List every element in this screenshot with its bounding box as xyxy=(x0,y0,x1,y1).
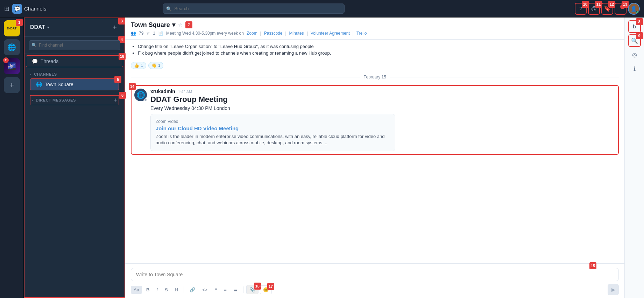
add-server-button[interactable]: + xyxy=(4,77,20,93)
trello-link[interactable]: Trello xyxy=(356,31,367,36)
right-panel: 8 b 9 🔍 ◎ ℹ xyxy=(624,18,644,298)
online-status-dot xyxy=(636,11,639,14)
format-sep-1 xyxy=(184,286,184,293)
meta-sep-1: | xyxy=(260,31,261,36)
bulletin-list: Change title on "Leave Organisation" to … xyxy=(131,44,619,60)
grid-icon[interactable]: ⊞ xyxy=(4,5,9,13)
at-button[interactable]: @ 11 xyxy=(588,3,600,15)
send-icon: ▶ xyxy=(611,287,615,292)
channels-section: › CHANNELS 5 🌐 Town Square xyxy=(24,69,125,93)
server-sidebar: 1 D-DAT 🌐 🌌 2 + xyxy=(0,18,24,298)
label-7-wrapper: 7 xyxy=(185,21,192,28)
right-search-button[interactable]: 9 🔍 xyxy=(628,34,641,47)
label-17: 17 xyxy=(267,283,274,290)
sidebar-item-threads[interactable]: 18 💬 Threads xyxy=(26,55,123,67)
reaction-wave[interactable]: 👋 1 xyxy=(148,62,164,69)
search-bar: 🔍 xyxy=(163,4,345,14)
workspace-chevron: ▾ xyxy=(47,26,49,29)
send-button[interactable]: ▶ xyxy=(608,284,619,295)
reaction-wave-count: 1 xyxy=(158,63,161,68)
message-avatar: 🌐 xyxy=(134,89,147,101)
notification-button[interactable]: 2 13 xyxy=(615,3,627,15)
attach-button[interactable]: 📎 16 xyxy=(246,285,259,294)
format-ordered-list[interactable]: ≣ xyxy=(231,286,240,294)
label-1: 1 xyxy=(16,19,23,26)
format-italic[interactable]: I xyxy=(154,286,161,294)
reactions-area: 👍 1 👋 1 xyxy=(131,62,619,69)
reaction-wave-emoji: 👋 xyxy=(151,63,157,68)
info-icon: ℹ xyxy=(634,65,636,72)
channel-chevron: ▾ xyxy=(172,21,175,29)
format-link[interactable]: 🔗 xyxy=(187,286,198,294)
format-code[interactable]: <> xyxy=(199,286,210,294)
topbar-left: ⊞ 💬 Channels xyxy=(4,4,46,14)
bulletin-item-1: Change title on "Leave Organisation" to … xyxy=(138,44,619,49)
find-channel-wrap: 🔍 xyxy=(29,40,120,50)
chat-header-meta: 👥 79 ☆ 1 📄 Meeting Wed 4.30-5.30pm every… xyxy=(131,31,619,36)
dm-section-header[interactable]: › DIRECT MESSAGES + xyxy=(30,95,119,105)
right-beatpulse-button[interactable]: 8 b xyxy=(628,20,641,33)
message-header: xrukadmin 1:42 AM xyxy=(150,89,615,94)
workspace-name: DDAT xyxy=(30,24,45,30)
zoom-link[interactable]: Zoom xyxy=(247,31,257,36)
search-icon: 🔍 xyxy=(166,6,172,11)
reaction-thumbsup-emoji: 👍 xyxy=(134,63,139,68)
topbar-right: ? 10 @ 11 🔖 12 2 13 👤 xyxy=(575,3,640,15)
label-6-box: 6 xyxy=(119,92,126,99)
minutes-link[interactable]: Minutes xyxy=(289,31,304,36)
channel-name-text: Town Square xyxy=(131,21,170,29)
message-time: 1:42 AM xyxy=(178,90,192,94)
sidebar-item-town-square[interactable]: 5 🌐 Town Square xyxy=(30,78,119,90)
find-channel-icon: 🔍 xyxy=(31,43,37,48)
label-11: 11 xyxy=(595,1,602,8)
label-12: 12 xyxy=(608,1,615,8)
chat-header: Town Square ▾ ☆ 7 👥 79 ☆ 1 📄 Meeting Wed… xyxy=(125,18,624,40)
format-bold[interactable]: B xyxy=(143,286,152,294)
message-content: xrukadmin 1:42 AM DDAT Group Meeting Eve… xyxy=(150,89,615,151)
chat-input-area: 15 Aa B I S H 🔗 <> ❝ ≡ ≣ 📎 16 xyxy=(125,263,624,298)
format-strikethrough[interactable]: S xyxy=(162,286,171,294)
zoom-card-description: Zoom is the leader in modern enterprise … xyxy=(156,133,390,146)
help-button[interactable]: ? 10 xyxy=(575,3,587,15)
label-8: 8 xyxy=(636,18,643,25)
channels-section-header[interactable]: › CHANNELS xyxy=(30,71,119,78)
emoji-button[interactable]: 😊 17 xyxy=(260,285,272,294)
message-input[interactable] xyxy=(131,268,619,281)
format-quote[interactable]: ❝ xyxy=(212,286,220,294)
dm-chevron: › xyxy=(32,99,33,102)
user-avatar[interactable]: 👤 xyxy=(628,3,640,15)
format-text-style[interactable]: Aa xyxy=(131,286,142,294)
zoom-card-title[interactable]: Join our Cloud HD Video Meeting xyxy=(156,125,390,131)
meta-sep-3: | xyxy=(307,31,308,36)
reaction-thumbsup[interactable]: 👍 1 xyxy=(131,62,146,69)
add-dm-button[interactable]: + xyxy=(114,97,117,103)
server-globe[interactable]: 🌐 xyxy=(4,39,20,55)
star-count: 1 xyxy=(153,31,155,36)
passcode-link[interactable]: Passcode xyxy=(264,31,283,36)
beatpulse-icon: b xyxy=(633,24,636,29)
find-channel-input[interactable] xyxy=(29,40,120,50)
search-input[interactable] xyxy=(163,4,345,14)
members-count: 79 xyxy=(139,31,143,36)
format-sep-2 xyxy=(243,286,243,293)
sidebar-header: DDAT ▾ + xyxy=(24,18,125,37)
volunteer-link[interactable]: Volunteer Agreement xyxy=(311,31,350,36)
workspace-title[interactable]: DDAT ▾ xyxy=(30,24,49,30)
format-heading[interactable]: H xyxy=(172,286,181,294)
star-button[interactable]: ☆ xyxy=(178,22,183,28)
right-info-button[interactable]: ℹ xyxy=(628,62,641,75)
channel-name[interactable]: Town Square ▾ xyxy=(131,21,175,29)
town-square-icon: 🌐 xyxy=(36,82,42,87)
label-13: 13 xyxy=(622,1,629,8)
message-title: DDAT Group Meeting xyxy=(150,95,615,104)
bookmark-button[interactable]: 🔖 12 xyxy=(601,3,613,15)
star-count-icon: ☆ xyxy=(146,31,150,36)
channel-sidebar: 3 DDAT ▾ + 4 🔍 18 💬 Threads › CH xyxy=(24,18,125,298)
add-server-icon: + xyxy=(9,81,14,90)
format-bullet-list[interactable]: ≡ xyxy=(221,286,229,294)
find-channel-area: 4 🔍 xyxy=(24,37,125,54)
server-space[interactable]: 🌌 2 xyxy=(4,58,20,74)
topbar: ⊞ 💬 Channels 🔍 ? 10 @ 11 🔖 12 2 13 👤 xyxy=(0,0,644,18)
add-channel-button[interactable]: + xyxy=(111,23,119,32)
right-target-button[interactable]: ◎ xyxy=(628,48,641,61)
